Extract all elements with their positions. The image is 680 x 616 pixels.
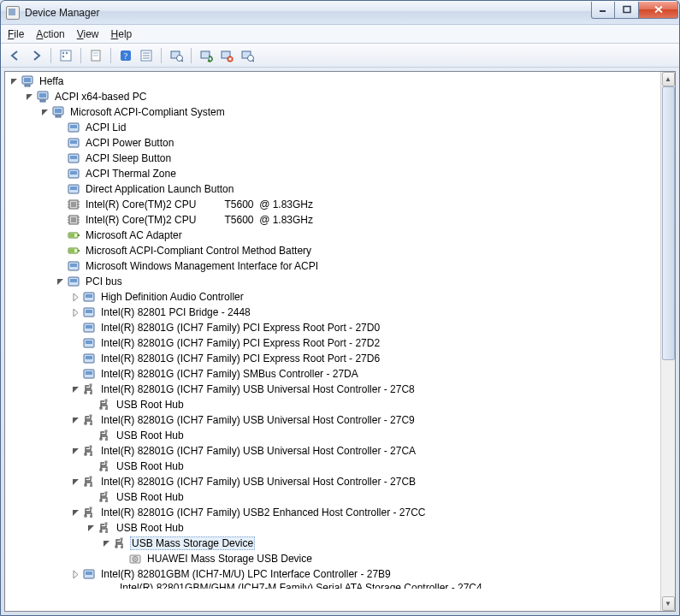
expander-open-icon[interactable]	[24, 92, 34, 102]
tree-root-hub[interactable]: USB Root Hub	[84, 428, 660, 443]
menu-view[interactable]: View	[77, 28, 99, 40]
minimize-button[interactable]	[591, 2, 615, 19]
system-device-icon	[82, 336, 96, 350]
node-label: ACPI x64-based PC	[53, 91, 148, 103]
vertical-scrollbar[interactable]: ▲ ▼	[660, 72, 675, 611]
expander-open-icon[interactable]	[70, 446, 80, 456]
expander-open-icon[interactable]	[39, 107, 50, 117]
scroll-up-button[interactable]: ▲	[662, 72, 675, 86]
computer-icon	[21, 74, 34, 88]
tree-battery[interactable]: Microsoft ACPI-Compliant Control Method …	[53, 243, 660, 258]
tree-root-hub[interactable]: USB Root Hub	[84, 459, 660, 474]
help-button[interactable]	[116, 46, 135, 65]
tree-pcie-27d6[interactable]: Intel(R) 82801G (ICH7 Family) PCI Expres…	[68, 351, 660, 366]
tree-wmi[interactable]: Microsoft Windows Management Interface f…	[53, 258, 660, 274]
tree-acpi-sleep[interactable]: ACPI Sleep Button	[53, 151, 660, 166]
window-controls	[591, 2, 678, 19]
tree-pcie-27d2[interactable]: Intel(R) 82801G (ICH7 Family) PCI Expres…	[68, 335, 660, 351]
tree-usb-27c8[interactable]: Intel(R) 82801G (ICH7 Family) USB Univer…	[68, 382, 660, 397]
tree-acpi-lid[interactable]: ACPI Lid	[53, 120, 660, 135]
tree-usb-27ca[interactable]: Intel(R) 82801G (ICH7 Family) USB Univer…	[68, 443, 660, 459]
device-manager-window: Device Manager File Action View Help	[0, 0, 680, 616]
tree-ac-adapter[interactable]: Microsoft AC Adapter	[53, 228, 660, 243]
tree-acpi-power[interactable]: ACPI Power Button	[53, 135, 660, 151]
expander-open-icon[interactable]	[86, 523, 96, 533]
scan-hardware-button[interactable]	[167, 46, 186, 65]
expander-open-icon[interactable]	[70, 384, 80, 394]
tree-smbus[interactable]: Intel(R) 82801G (ICH7 Family) SMBus Cont…	[68, 366, 660, 382]
tree-lpc[interactable]: Intel(R) 82801GBM (ICH7-M/U) LPC Interfa…	[68, 566, 660, 582]
expander-closed-icon[interactable]	[70, 307, 80, 317]
node-label: Intel(R) 82801G (ICH7 Family) PCI Expres…	[99, 322, 381, 334]
uninstall-button[interactable]	[217, 46, 236, 65]
tree-cpu2[interactable]: Intel(R) Core(TM)2 CPU T5600 @ 1.83GHz	[53, 212, 660, 228]
tree-ms-acpi[interactable]: Microsoft ACPI-Compliant System	[38, 104, 660, 120]
toolbar-separator	[161, 48, 162, 63]
usb-icon	[113, 536, 127, 550]
menu-file[interactable]: File	[8, 28, 24, 40]
tree-pci-bus[interactable]: PCI bus	[53, 274, 660, 289]
tree-pcie-27d0[interactable]: Intel(R) 82801G (ICH7 Family) PCI Expres…	[68, 320, 660, 335]
scroll-track[interactable]	[662, 86, 675, 596]
cpu-icon	[67, 198, 80, 211]
system-device-icon	[67, 259, 80, 273]
menu-action[interactable]: Action	[36, 28, 64, 40]
properties-button[interactable]	[86, 46, 105, 65]
scroll-down-button[interactable]: ▼	[662, 596, 675, 611]
device-tree[interactable]: Heffa ACPI x64-based PC	[5, 72, 660, 611]
maximize-button[interactable]	[615, 2, 639, 19]
expander-open-icon[interactable]	[101, 538, 111, 548]
system-device-icon	[82, 321, 96, 335]
battery-icon	[67, 244, 80, 258]
tree-cpu1[interactable]: Intel(R) Core(TM)2 CPU T5600 @ 1.83GHz	[53, 197, 660, 212]
tree-direct-app[interactable]: Direct Application Launch Button	[53, 181, 660, 197]
tree-root-hub[interactable]: USB Root Hub	[84, 489, 660, 505]
expander-closed-icon[interactable]	[70, 292, 80, 302]
scroll-thumb[interactable]	[662, 86, 675, 360]
tree-root-hub[interactable]: USB Root Hub	[84, 520, 660, 536]
system-device-icon	[82, 367, 96, 381]
detail-button[interactable]	[137, 46, 156, 65]
node-label: Intel(R) 82801GBM (ICH7-M/U) LPC Interfa…	[99, 568, 393, 580]
tree-huawei[interactable]: HUAWEI Mass Storage USB Device	[115, 551, 660, 566]
close-button[interactable]	[639, 2, 678, 19]
tree-mass-storage[interactable]: USB Mass Storage Device	[99, 536, 660, 551]
forward-button[interactable]	[27, 46, 45, 65]
tree-root-computer[interactable]: Heffa	[7, 74, 660, 89]
disable-button[interactable]	[238, 46, 257, 65]
usb-icon	[98, 429, 111, 442]
tree-usb-27c9[interactable]: Intel(R) 82801G (ICH7 Family) USB Univer…	[68, 412, 660, 428]
usb-icon	[82, 475, 96, 489]
system-device-icon	[67, 182, 80, 196]
cpu-icon	[67, 213, 80, 227]
tree-root-hub[interactable]: USB Root Hub	[84, 397, 660, 412]
back-button[interactable]	[6, 46, 25, 65]
tree-usb-27cb[interactable]: Intel(R) 82801G (ICH7 Family) USB Univer…	[68, 474, 660, 489]
tree-acpi-thermal[interactable]: ACPI Thermal Zone	[53, 166, 660, 181]
toolbar	[1, 44, 679, 68]
expander-open-icon[interactable]	[9, 76, 19, 86]
node-label: Intel(R) 82801G (ICH7 Family) USB2 Enhan…	[99, 506, 427, 518]
tree-acpi-pc[interactable]: ACPI x64-based PC	[22, 89, 660, 104]
content-frame: Heffa ACPI x64-based PC	[4, 71, 676, 612]
menu-help[interactable]: Help	[111, 28, 133, 40]
node-label: HUAWEI Mass Storage USB Device	[145, 553, 314, 565]
tree-pci-bridge[interactable]: Intel(R) 82801 PCI Bridge - 2448	[68, 305, 660, 320]
usb-icon	[82, 444, 96, 458]
expander-closed-icon[interactable]	[70, 569, 80, 579]
show-hidden-button[interactable]	[56, 46, 75, 65]
expander-open-icon[interactable]	[70, 415, 80, 425]
tree-usb2-27cc[interactable]: Intel(R) 82801G (ICH7 Family) USB2 Enhan…	[68, 505, 660, 520]
system-device-icon	[82, 290, 96, 304]
titlebar[interactable]: Device Manager	[1, 1, 679, 25]
node-label: Microsoft ACPI-Compliant Control Method …	[84, 245, 313, 257]
update-driver-button[interactable]	[197, 46, 216, 65]
expander-open-icon[interactable]	[55, 276, 65, 287]
expander-open-icon[interactable]	[70, 477, 80, 487]
expander-open-icon[interactable]	[70, 507, 80, 518]
tree-sata-cutoff[interactable]: Intel(R) 82801GBM/GHM (ICH7-M Family) Se…	[68, 582, 660, 589]
menubar: File Action View Help	[1, 25, 679, 44]
system-device-icon	[67, 121, 80, 134]
node-label: Intel(R) 82801G (ICH7 Family) PCI Expres…	[99, 337, 381, 349]
tree-hda[interactable]: High Definition Audio Controller	[68, 289, 660, 305]
